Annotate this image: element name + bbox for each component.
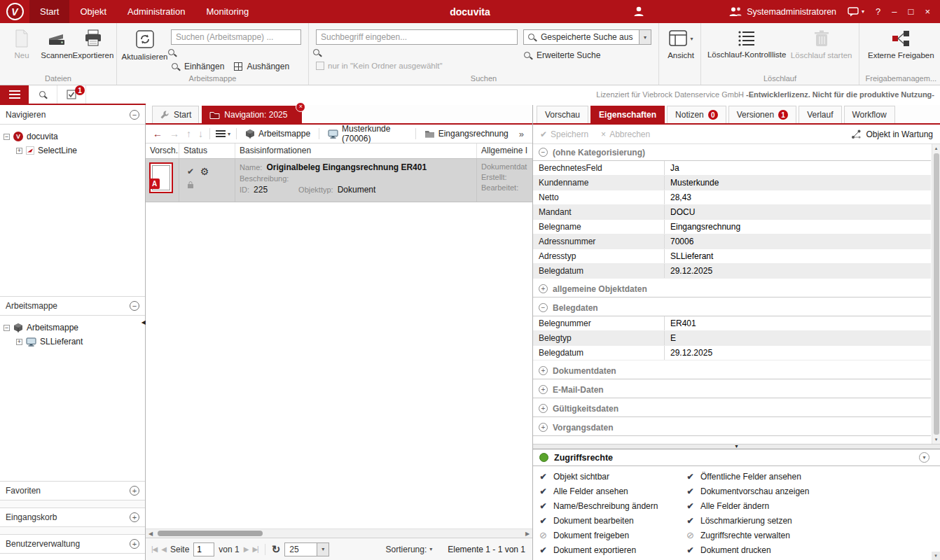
search-input[interactable]	[316, 29, 518, 45]
scroll-up-icon[interactable]: ▴	[935, 144, 938, 153]
sort-button[interactable]: Sortierung:▾	[386, 545, 433, 554]
help-button[interactable]: ?	[876, 6, 880, 17]
column-allgemeine[interactable]: Allgemeine I	[477, 144, 532, 158]
sidebar-section-arbeitsmappe[interactable]: Arbeitsmappe −	[0, 296, 145, 316]
permissions-scrollbar[interactable]: ▾	[932, 552, 940, 560]
objekt-in-wartung-button[interactable]: Objekt in Wartung	[851, 130, 933, 139]
expand-icon[interactable]: +	[130, 539, 139, 549]
prev-page-button[interactable]: ◀	[161, 545, 166, 553]
collapse-icon[interactable]: −	[539, 303, 548, 312]
selected-document-border[interactable]	[149, 162, 173, 193]
sidebar-search-tab[interactable]	[29, 85, 57, 104]
expander-icon[interactable]: +	[16, 339, 22, 345]
expander-icon[interactable]: +	[16, 148, 22, 154]
user-icon[interactable]	[634, 6, 644, 17]
scroll-right-icon[interactable]: ▶	[523, 531, 532, 537]
einhaengen-button[interactable]: Einhängen	[171, 62, 224, 71]
up-button[interactable]: ↑	[184, 128, 194, 139]
section-email-daten[interactable]: + E-Mail-Daten	[533, 382, 931, 398]
expander-icon[interactable]: −	[4, 325, 10, 331]
collapse-icon[interactable]: −	[539, 148, 548, 157]
loeschlauf-kontrollliste-button[interactable]: Löschlauf-Kontrollliste	[705, 28, 788, 60]
section-dokumentdaten[interactable]: + Dokumentdaten	[533, 363, 931, 379]
chevron-down-icon[interactable]: ▾	[690, 36, 693, 42]
expand-icon[interactable]: +	[539, 366, 548, 375]
scroll-left-icon[interactable]: ◀	[146, 531, 155, 537]
collapse-icon[interactable]: −	[130, 301, 139, 311]
tree-item-sllieferant[interactable]: + SLLieferant	[4, 335, 141, 349]
sidebar-section-favoriten[interactable]: Favoriten +	[0, 481, 145, 500]
page-input[interactable]	[193, 542, 214, 556]
maximize-button[interactable]: □	[908, 6, 914, 17]
forward-button[interactable]: →	[167, 128, 182, 139]
tab-workflow[interactable]: Workflow	[844, 106, 895, 123]
expand-icon[interactable]: +	[539, 284, 548, 293]
properties-scrollbar[interactable]: ▴ ▾	[932, 144, 940, 444]
speichern-button[interactable]: ✔Speichern	[540, 130, 588, 139]
section-ohne-kategorisierung[interactable]: − (ohne Kategorisierung)	[533, 144, 931, 161]
aushaengen-button[interactable]: Aushängen	[234, 62, 289, 71]
sidebar-section-eingangskorb[interactable]: Eingangskorb +	[0, 507, 145, 527]
tab-start[interactable]: Start	[152, 106, 199, 123]
search-icon[interactable]	[167, 48, 177, 57]
abbrechen-button[interactable]: ×Abbrechen	[601, 130, 650, 139]
exportieren-button[interactable]: Exportieren	[74, 28, 112, 61]
sidebar-tasks-tab[interactable]: 1	[57, 85, 86, 104]
close-button[interactable]: ×	[925, 6, 930, 17]
first-page-button[interactable]: |◀	[151, 545, 157, 553]
down-button[interactable]: ↓	[195, 128, 206, 139]
sidebar-section-navigieren[interactable]: Navigieren −	[0, 105, 145, 125]
refresh-button[interactable]: ↻	[272, 543, 281, 556]
search-icon[interactable]	[312, 48, 322, 57]
expand-icon[interactable]: +	[539, 385, 548, 394]
menu-start[interactable]: Start	[29, 0, 69, 23]
expand-icon[interactable]: +	[539, 423, 548, 432]
tab-vorschau[interactable]: Vorschau	[537, 106, 588, 123]
tree-item-arbeitsmappe[interactable]: − Arbeitsmappe	[4, 321, 141, 335]
breadcrumb-eingangsrechnung[interactable]: Eingangsrechnung	[420, 125, 513, 143]
view-mode-button[interactable]: ▾	[214, 130, 233, 138]
column-status[interactable]: Status	[179, 144, 235, 158]
sidebar-section-benutzerverwaltung[interactable]: Benutzerverwaltung +	[0, 534, 145, 554]
last-page-button[interactable]: ▶|	[252, 545, 258, 553]
scroll-down-icon[interactable]: ▾	[935, 435, 938, 444]
expander-icon[interactable]: −	[4, 134, 10, 140]
sidebar-menu-tab[interactable]	[0, 85, 29, 104]
scrollbar-thumb[interactable]	[158, 531, 263, 536]
expand-icon[interactable]: +	[130, 512, 139, 522]
aktualisieren-button[interactable]: Aktualisieren	[121, 28, 168, 62]
ansicht-button[interactable]: ▾ Ansicht	[663, 28, 698, 61]
back-button[interactable]: ←	[150, 128, 165, 139]
section-belegdaten[interactable]: − Belegdaten	[533, 300, 931, 316]
tab-notizen[interactable]: Notizen0	[667, 106, 726, 123]
section-vorgangsdaten[interactable]: + Vorgangsdaten	[533, 419, 931, 436]
collapse-icon[interactable]: −	[130, 110, 139, 120]
column-vorschau[interactable]: Vorsch...	[146, 144, 179, 158]
tab-navigation-2025[interactable]: Navigation: 2025 ×	[202, 106, 302, 123]
tab-verlauf[interactable]: Verlauf	[799, 106, 841, 123]
neu-button[interactable]: Neu	[4, 28, 39, 61]
tree-item-selectline[interactable]: + SelectLine	[4, 144, 141, 158]
expand-icon[interactable]: +	[539, 404, 548, 413]
externe-freigaben-button[interactable]: Externe Freigaben	[864, 28, 939, 61]
menu-administration[interactable]: Administration	[117, 0, 195, 23]
tree-item-docuvita[interactable]: − V docuvita	[4, 130, 141, 144]
menu-monitoring[interactable]: Monitoring	[195, 0, 259, 23]
page-size-select[interactable]: 25 ▾	[284, 542, 329, 556]
breadcrumb-arbeitsmappe[interactable]: Arbeitsmappe	[240, 125, 315, 143]
breadcrumb-musterkunde[interactable]: Musterkunde (70006)	[323, 125, 412, 143]
scannen-button[interactable]: Scannen	[39, 28, 74, 61]
table-row[interactable]: ✔ ⚙ Name:Originalbeleg Eingangsrechnung …	[146, 159, 532, 202]
scope-checkbox[interactable]	[316, 62, 324, 70]
scroll-down-icon[interactable]: ▾	[934, 553, 937, 559]
select-arrow-icon[interactable]: ▾	[639, 30, 651, 44]
chevron-down-icon[interactable]: ▾	[919, 452, 929, 463]
column-basisinformationen[interactable]: Basisinformationen	[235, 144, 477, 158]
chat-button[interactable]: ▾	[848, 7, 864, 17]
next-page-button[interactable]: ▶	[244, 545, 249, 553]
menu-objekt[interactable]: Objekt	[69, 0, 117, 23]
section-allgemeine-objektdaten[interactable]: + allgemeine Objektdaten	[533, 281, 931, 298]
erweiterte-suche-button[interactable]: Erweiterte Suche	[523, 50, 600, 60]
section-gueltigkeitsdaten[interactable]: + Gültigkeitsdaten	[533, 400, 931, 417]
user-group-button[interactable]: Systemadministratoren	[729, 6, 836, 17]
